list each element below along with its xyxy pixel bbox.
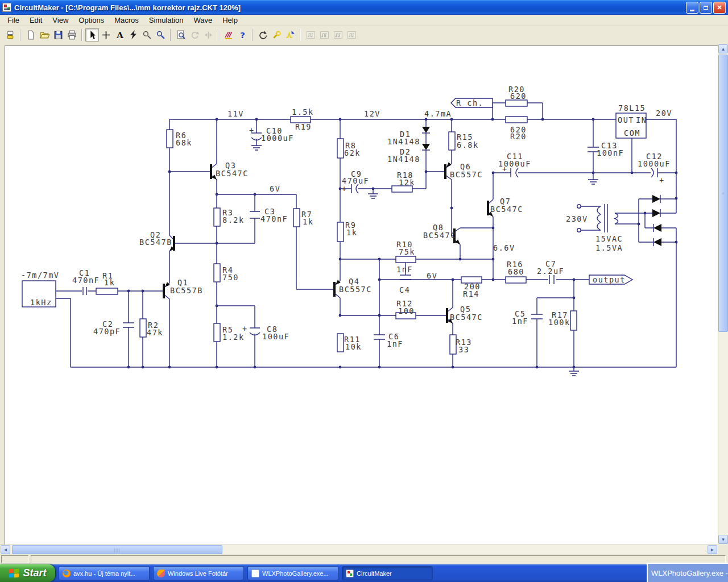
window-title: CircuitMaker - [C:\Program Files\...\mm …: [14, 3, 241, 12]
component-label: 6V: [427, 271, 437, 280]
screen: CircuitMaker - [C:\Program Files\...\mm …: [0, 0, 728, 582]
resistor-body[interactable]: [396, 256, 416, 263]
menu-simulation[interactable]: Simulation: [144, 15, 189, 26]
menu-wave[interactable]: Wave: [188, 15, 217, 26]
scroll-up-icon[interactable]: ▲: [718, 44, 728, 53]
delete-button[interactable]: [126, 28, 140, 41]
toolbar-separator: [218, 29, 219, 41]
resistor-body[interactable]: [167, 130, 173, 148]
task-label: avx.hu - Új téma nyit...: [73, 570, 135, 577]
title-bar[interactable]: CircuitMaker - [C:\Program Files\...\mm …: [0, 0, 728, 15]
horizontal-scroll-thumb[interactable]: ||||: [12, 545, 222, 554]
rotate-button[interactable]: [188, 28, 201, 41]
horizontal-scrollbar[interactable]: ◄ |||| ►: [0, 544, 718, 554]
peek-window-titlebar[interactable]: WLXPhotoGallery.exe -: [647, 563, 728, 582]
component-label: 20V: [656, 109, 672, 118]
resistor-body[interactable]: [96, 288, 118, 294]
minimize-button[interactable]: [686, 2, 698, 14]
component-label: 750: [222, 273, 239, 282]
component-label: C4: [399, 285, 410, 294]
preview-button[interactable]: [174, 28, 188, 41]
resistor-body[interactable]: [293, 209, 300, 227]
print-button[interactable]: [65, 28, 78, 41]
resistor-body[interactable]: [570, 311, 577, 330]
toolbar-separator: [170, 29, 171, 41]
help-button[interactable]: ?: [235, 28, 249, 41]
component-label: 11V: [228, 109, 244, 118]
vertical-scrollbar[interactable]: ▲ ≡ ▼: [718, 44, 728, 544]
resistor-body[interactable]: [140, 319, 146, 337]
component-label: 680: [508, 267, 524, 276]
scroll-right-icon[interactable]: ►: [708, 545, 717, 554]
run-analysis-button[interactable]: [283, 28, 297, 41]
component-label: 620: [510, 92, 527, 101]
task-label: CircuitMaker: [357, 570, 392, 577]
resistor-body[interactable]: [214, 264, 220, 282]
parts-browser-button[interactable]: [3, 28, 17, 41]
start-button[interactable]: Start: [0, 564, 55, 582]
taskbar-task-firefox[interactable]: avx.hu - Új téma nyit...: [59, 566, 150, 580]
resistor-body[interactable]: [337, 222, 344, 242]
resistor-body[interactable]: [214, 208, 220, 226]
component-label: 4.7mA: [424, 109, 452, 118]
menu-macros[interactable]: Macros: [109, 15, 144, 26]
component-label: +: [502, 164, 508, 173]
resistor-body[interactable]: [506, 277, 526, 283]
resistor-body[interactable]: [214, 323, 220, 342]
circuitmaker-app-icon: [2, 3, 11, 12]
menu-edit[interactable]: Edit: [24, 15, 47, 26]
component-label: 1.5k: [292, 107, 314, 117]
zoom-button[interactable]: [154, 28, 167, 41]
text-button[interactable]: A: [113, 28, 126, 41]
resistor-body[interactable]: [506, 117, 527, 123]
mirror-button[interactable]: [201, 28, 215, 41]
tools-button[interactable]: [270, 28, 283, 41]
component-label: BC557C: [339, 285, 372, 294]
close-button[interactable]: ✕: [713, 2, 726, 14]
resistor-body[interactable]: [337, 334, 344, 352]
scope-2-button[interactable]: [317, 28, 331, 41]
component-label: OUT: [618, 115, 634, 124]
scope-1-button[interactable]: [304, 28, 317, 41]
save-button[interactable]: [51, 28, 65, 41]
restore-button[interactable]: [700, 2, 712, 14]
vertical-scroll-thumb[interactable]: ≡: [718, 55, 728, 332]
resistor-body[interactable]: [337, 139, 344, 158]
scope-3-button[interactable]: [331, 28, 345, 41]
component-label: BC547B: [139, 238, 172, 247]
menu-file[interactable]: File: [2, 15, 24, 26]
component-label: 1N4148: [387, 137, 420, 146]
resistor-body[interactable]: [449, 132, 455, 150]
scroll-left-icon[interactable]: ◄: [1, 545, 10, 554]
component-label: R14: [463, 289, 479, 298]
component-label: 1.2k: [222, 332, 245, 342]
peek-window-title: WLXPhotoGallery.exe -: [651, 569, 728, 577]
taskbar-task-appwindow[interactable]: WLXPhotoGallery.exe...: [247, 566, 338, 580]
windows-flag-icon: [9, 568, 20, 579]
wire-button[interactable]: [99, 28, 113, 41]
component-label: 100uF: [262, 332, 289, 341]
taskbar-task-cm[interactable]: CircuitMaker: [342, 566, 433, 580]
taskbar-task-gallery[interactable]: Windows Live Fotótár: [153, 566, 244, 580]
reset-button[interactable]: [256, 28, 270, 41]
component-label: 62k: [344, 148, 361, 157]
appwindow-icon: [251, 569, 259, 577]
schematic-canvas[interactable]: -7m/7mV1kHzC1470nFR11kC2470pFR247kQ1BC55…: [5, 45, 718, 544]
toolbar-separator: [300, 29, 301, 41]
menu-help[interactable]: Help: [217, 15, 243, 26]
cursor-button[interactable]: [85, 28, 99, 41]
menu-view[interactable]: View: [47, 15, 73, 26]
circuit-schematic[interactable]: -7m/7mV1kHzC1470nFR11kC2470pFR247kQ1BC55…: [5, 45, 718, 544]
open-button[interactable]: [38, 28, 51, 41]
scroll-down-icon[interactable]: ▼: [718, 535, 728, 544]
sim-check-button[interactable]: [222, 28, 235, 41]
resistor-body[interactable]: [506, 100, 527, 106]
probe-button[interactable]: [140, 28, 154, 41]
scope-4-button[interactable]: [345, 28, 358, 41]
new-button[interactable]: [24, 28, 38, 41]
menu-options[interactable]: Options: [73, 15, 109, 26]
svg-text:A: A: [116, 30, 123, 40]
cm-icon: [346, 569, 354, 577]
component-label: BC547C: [423, 231, 456, 240]
start-label: Start: [23, 567, 46, 579]
